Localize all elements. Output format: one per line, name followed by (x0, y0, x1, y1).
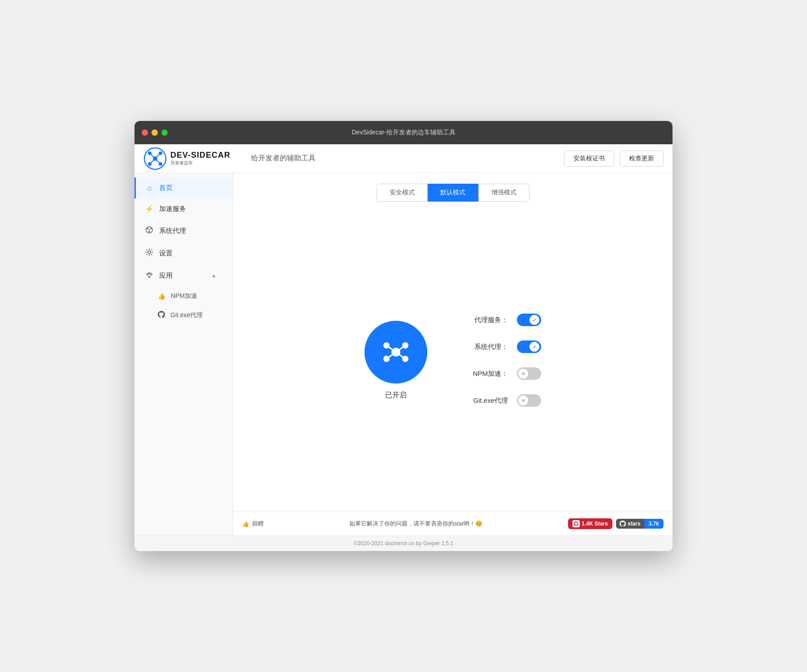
minimize-button[interactable] (152, 129, 158, 136)
toggle-npm-accel-row: NPM加速： ✕ (463, 367, 541, 380)
toggle-git-proxy-row: Git.exe代理 ✕ (463, 394, 541, 407)
close-button[interactable] (142, 129, 148, 136)
window-title: DevSidecar-给开发者的边车辅助工具 (351, 129, 455, 137)
github-star-badge[interactable]: stars 3.7k (616, 519, 664, 529)
titlebar: DevSidecar-给开发者的边车辅助工具 (134, 121, 672, 144)
install-cert-button[interactable]: 安装根证书 (564, 151, 614, 167)
logo-text: DEV-SIDECAR 开发者边车 (170, 151, 230, 166)
svg-line-15 (149, 228, 151, 230)
footer-bar: 👍 捐赠 如果它解决了你的问题，请不要吝啬你的star哟！😊 G 1.4K St… (233, 512, 672, 535)
toggle-system-proxy[interactable]: ✓ (517, 340, 541, 353)
status-circle (364, 321, 427, 383)
logo-sub-text: 开发者边车 (170, 160, 230, 166)
settings-icon (145, 248, 154, 258)
footer-message-text: 如果它解决了你的问题，请不要吝啬你的star哟！😊 (349, 520, 483, 527)
github-icon (158, 311, 165, 319)
sidebar-item-home-label: 首页 (159, 184, 173, 192)
github-stars-count: 3.7k (644, 519, 664, 529)
toggle-git-proxy-label: Git.exe代理 (463, 396, 508, 405)
footer-message: 如果它解决了你的问题，请不要吝啬你的star哟！😊 (271, 520, 561, 528)
tab-enhanced-mode[interactable]: 增强模式 (478, 184, 529, 202)
network-svg-icon (380, 336, 412, 368)
toggle-proxy-service-label: 代理服务： (463, 316, 508, 324)
gitee-icon: G (573, 520, 580, 527)
check-update-button[interactable]: 检查更新 (620, 151, 664, 167)
toggle-system-proxy-row: 系统代理： ✓ (463, 340, 541, 353)
footer-stars: G 1.4K Stars stars 3.7k (568, 518, 664, 529)
donate-button[interactable]: 👍 捐赠 (242, 520, 264, 528)
maximize-button[interactable] (161, 129, 168, 136)
app-window: DevSidecar-给开发者的边车辅助工具 DEV-SIDECAR 开发者边车 (134, 121, 672, 551)
github-badge-icon (620, 521, 626, 527)
sidebar-subitem-git-label: Git.exe代理 (170, 311, 203, 319)
toggles-area: 代理服务： ✓ 系统代理： ✓ NPM加速： (463, 314, 541, 407)
donate-label: 捐赠 (252, 520, 264, 528)
github-stars-label: stars (628, 521, 641, 527)
proxy-icon (145, 226, 154, 236)
toggle-proxy-service-row: 代理服务： ✓ (463, 314, 541, 326)
sidebar-subitem-npm[interactable]: 👍 NPM加速 (134, 287, 233, 306)
sidebar-item-proxy[interactable]: 系统代理 (134, 220, 233, 242)
sidebar-item-accelerate[interactable]: ⚡ 加速服务 (134, 198, 233, 220)
gitee-star-badge[interactable]: G 1.4K Stars (568, 518, 612, 529)
chevron-up-icon: ▲ (211, 272, 217, 279)
svg-point-18 (148, 276, 150, 278)
content-area: 已开启 代理服务： ✓ 系统代理： ✓ (233, 209, 672, 512)
lightning-icon: ⚡ (145, 205, 154, 213)
apps-icon (145, 271, 154, 280)
toggle-git-proxy-knob: ✕ (518, 396, 528, 405)
sidebar-subitem-npm-label: NPM加速 (171, 292, 197, 300)
toggle-proxy-service-knob: ✓ (529, 315, 539, 325)
home-icon: ⌂ (145, 184, 154, 192)
toggle-git-proxy[interactable]: ✕ (517, 394, 541, 407)
svg-line-14 (148, 228, 149, 230)
sidebar-item-settings-label: 设置 (159, 249, 173, 258)
main-content: 安全模式 默认模式 增强模式 (233, 173, 672, 535)
logo-main-text: DEV-SIDECAR (170, 151, 230, 160)
tab-default-mode[interactable]: 默认模式 (428, 184, 478, 202)
mode-tabs: 安全模式 默认模式 增强模式 (233, 173, 672, 209)
gitee-star-count: 1.4K Stars (581, 521, 608, 527)
sidebar-item-apps-label: 应用 (159, 271, 173, 280)
window-controls (142, 129, 168, 136)
copyright: ©2020-2021 docmirror.cn by Greper 1.5.1 (134, 535, 672, 551)
toggle-npm-accel[interactable]: ✕ (517, 367, 541, 380)
donate-icon: 👍 (242, 521, 249, 527)
header: DEV-SIDECAR 开发者边车 给开发者的辅助工具 安装根证书 检查更新 (134, 144, 672, 173)
toggle-npm-accel-label: NPM加速： (463, 370, 508, 378)
sidebar: ⌂ 首页 ⚡ 加速服务 (134, 173, 233, 535)
sidebar-item-accelerate-label: 加速服务 (159, 205, 186, 213)
toggle-proxy-service[interactable]: ✓ (517, 314, 541, 326)
svg-point-17 (148, 251, 151, 254)
npm-icon: 👍 (158, 293, 165, 300)
sidebar-item-proxy-label: 系统代理 (159, 227, 186, 235)
status-label: 已开启 (385, 391, 407, 400)
logo-area: DEV-SIDECAR 开发者边车 (143, 147, 242, 170)
logo-icon (143, 147, 167, 170)
sidebar-item-apps[interactable]: 应用 ▲ (134, 264, 233, 287)
toggle-npm-accel-knob: ✕ (518, 369, 528, 379)
sidebar-subitem-git[interactable]: Git.exe代理 (134, 306, 233, 325)
apps-left: 应用 (145, 271, 173, 280)
github-badge-left: stars (616, 519, 644, 529)
sidebar-item-home[interactable]: ⌂ 首页 (134, 177, 233, 198)
body: ⌂ 首页 ⚡ 加速服务 (134, 173, 672, 535)
status-icon-area: 已开启 (364, 321, 427, 400)
header-subtitle: 给开发者的辅助工具 (242, 154, 564, 163)
header-actions: 安装根证书 检查更新 (564, 151, 664, 167)
toggle-system-proxy-label: 系统代理： (463, 343, 508, 351)
sidebar-item-settings[interactable]: 设置 (134, 242, 233, 264)
tab-safe-mode[interactable]: 安全模式 (377, 184, 428, 202)
toggle-system-proxy-knob: ✓ (529, 342, 539, 352)
